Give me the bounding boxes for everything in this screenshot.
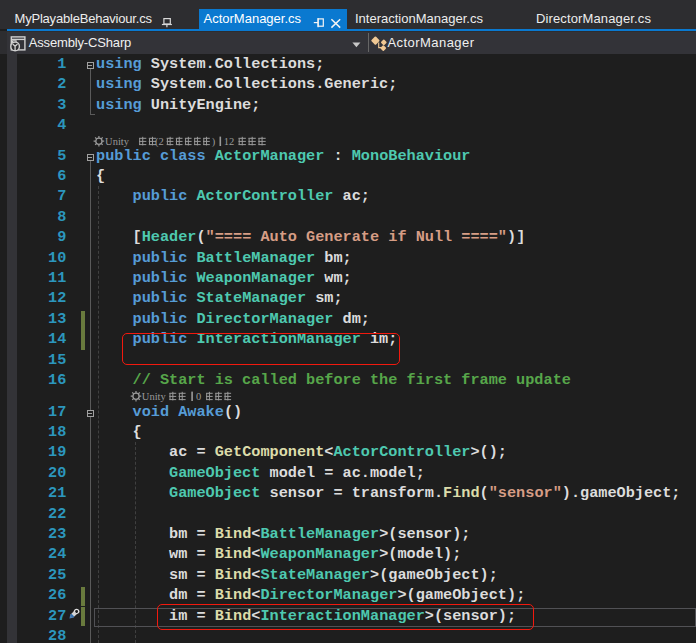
- svg-text:Unity: Unity: [142, 391, 167, 402]
- svg-text:): ): [212, 136, 216, 147]
- svg-text:Unity: Unity: [105, 136, 130, 147]
- svg-text:(2: (2: [155, 136, 164, 147]
- svg-text:0: 0: [196, 391, 201, 402]
- svg-text:12: 12: [224, 136, 235, 147]
